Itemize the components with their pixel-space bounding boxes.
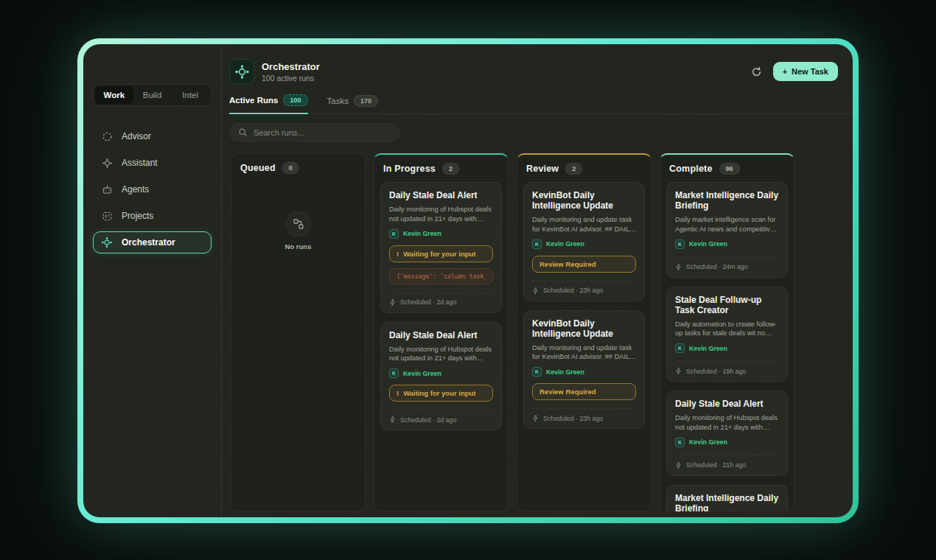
card-list: Daily Stale Deal Alert Daily monitoring … [374,181,508,436]
orchestrator-logo-icon [229,59,254,84]
card-title: KevinBot Daily Intelligence Update [532,318,636,339]
tab-intel[interactable]: Intel [171,86,209,104]
empty-label: No runs [285,242,312,251]
active-runs-count-badge: 100 [283,94,307,106]
card-description: Daily monitoring of Hubspot deals not up… [389,205,493,224]
new-task-button[interactable]: + New Task [773,62,838,81]
card-list: KevinBot Daily Intelligence Update Daily… [517,181,651,435]
card-description: Daily monitoring of Hubspot deals not up… [389,345,493,364]
sidebar-item-orchestrator[interactable]: Orchestrator [93,231,212,253]
tab-tasks[interactable]: Tasks 170 [327,94,378,113]
avatar: K [675,343,685,353]
title-stack: Orchestrator 100 active runs [262,61,320,83]
sidebar-item-label: Advisor [122,131,151,141]
column-queued: Queued 0 No runs [231,153,366,512]
search-input[interactable] [254,128,391,137]
assignee: K Kevin Green [675,343,779,353]
orchestrator-icon [101,237,113,248]
run-card[interactable]: Daily Stale Deal Alert Daily monitoring … [380,322,502,431]
avatar: K [675,438,685,447]
assignee: K Kevin Green [389,368,493,378]
search-icon [238,127,248,137]
status-pill-waiting[interactable]: ! Waiting for your input [389,385,493,402]
status-pill-waiting[interactable]: ! Waiting for your input [389,245,493,262]
error-pill[interactable]: {'message': 'column task_agents.agent_na… [389,268,493,284]
bolt-icon [675,263,682,271]
bolt-icon [675,367,682,375]
bolt-icon [532,287,539,295]
assignee: K Kevin Green [389,229,493,239]
tab-build[interactable]: Build [133,86,172,104]
card-footer: Scheduled · 2d ago [389,293,493,307]
sidebar-item-advisor[interactable]: Advisor [93,125,212,147]
run-card[interactable]: Daily Stale Deal Alert Daily monitoring … [380,182,502,313]
card-description: Daily automation to create follow-up tas… [675,320,779,339]
sidebar-item-projects[interactable]: Projects [93,205,212,227]
column-count-badge: 2 [565,163,582,175]
status-pill-review[interactable]: Review Required [532,383,636,400]
card-list: Market Intelligence Daily Briefing Daily… [660,181,794,511]
run-card[interactable]: Daily Stale Deal Alert Daily monitoring … [666,391,788,476]
assignee-name: Kevin Green [403,370,441,377]
column-count-badge: 2 [442,163,459,175]
card-description: Daily monitoring and update task for Kev… [532,343,636,363]
card-title: Market Intelligence Daily Briefing [675,493,779,511]
status-pill-review[interactable]: Review Required [532,256,636,273]
assignee: K Kevin Green [675,438,779,447]
sidebar-item-assistant[interactable]: Assistant [93,152,212,174]
assignee: K Kevin Green [532,367,636,377]
card-description: Daily market intelligence scan for Agent… [675,215,779,234]
bolt-icon [532,414,539,422]
run-card[interactable]: Market Intelligence Daily Briefing Daily… [666,485,788,511]
bolt-icon [389,416,396,424]
column-title: Review [526,164,559,174]
run-card[interactable]: KevinBot Daily Intelligence Update Daily… [523,182,645,301]
column-in-progress: In Progress 2 Daily Stale Deal Alert Dai… [374,153,509,512]
card-footer: Scheduled · 23h ago [532,408,636,422]
column-header: Queued 0 [231,154,365,181]
card-footer: Scheduled · 23h ago [532,281,636,295]
assignee-name: Kevin Green [403,230,441,237]
run-card[interactable]: KevinBot Daily Intelligence Update Daily… [523,310,645,430]
assignee-name: Kevin Green [689,345,727,352]
tab-work[interactable]: Work [95,86,133,104]
workflow-icon [286,211,311,237]
card-title: Daily Stale Deal Alert [389,190,493,200]
alert-icon: ! [397,250,399,258]
sparkle-icon [101,157,113,169]
card-footer: Scheduled · 24m ago [675,257,779,271]
run-card[interactable]: Stale Deal Folluw-up Task Creator Daily … [666,287,788,382]
card-footer: Scheduled · 21h ago [675,455,779,469]
workspace-switcher: Work Build Intel [93,84,212,106]
plus-icon: + [783,67,787,76]
sidebar-item-agents[interactable]: Agents [93,178,212,200]
avatar: K [532,367,542,377]
assignee-name: Kevin Green [689,438,727,446]
assignee-name: Kevin Green [689,240,727,248]
sidebar: Work Build Intel Advisor [83,44,222,517]
sidebar-item-label: Agents [122,184,149,195]
tab-active-runs[interactable]: Active Runs 100 [229,94,308,114]
kanban-board: Queued 0 No runs In Progr [222,141,853,512]
avatar: K [389,368,399,378]
tasks-count-badge: 170 [354,95,378,107]
avatar: K [389,229,399,239]
refresh-icon [751,66,762,77]
main-content: Orchestrator 100 active runs + New Task [222,44,853,517]
refresh-button[interactable] [751,66,762,77]
run-card[interactable]: Market Intelligence Daily Briefing Daily… [666,182,788,278]
column-review: Review 2 KevinBot Daily Intelligence Upd… [517,153,652,512]
assignee: K Kevin Green [675,239,779,249]
page-subtitle: 100 active runs [262,74,320,83]
column-count-badge: 96 [719,163,740,175]
empty-state: No runs [231,211,365,251]
column-title: In Progress [383,164,436,174]
card-title: Daily Stale Deal Alert [675,399,779,409]
card-title: Stale Deal Folluw-up Task Creator [675,295,779,315]
card-title: KevinBot Daily Intelligence Update [532,190,636,211]
alert-icon: ! [397,389,399,397]
bolt-icon [675,461,682,469]
avatar: K [675,239,685,249]
page-background: Work Build Intel Advisor [0,0,936,560]
column-header: Complete 96 [660,155,794,181]
